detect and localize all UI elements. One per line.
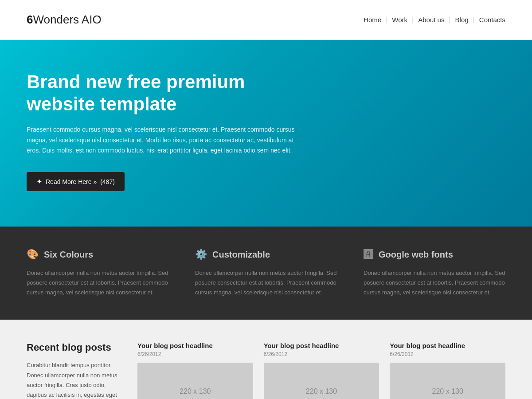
nav-home[interactable]: Home [364,16,381,23]
hero-heading: Brand new free premium website template [27,71,293,116]
feature-customizable-title: ⚙️ Customizable [195,249,337,260]
blog-sidebar: Recent blog posts Curabitur blandit temp… [27,342,124,399]
feature-customizable-body: Donec ullamcorper nulla non metus auctor… [195,268,337,297]
nav-sep-2: | [412,16,414,24]
palette-icon: 🎨 [27,249,39,260]
blog-post-1-title: Your blog post headline [137,342,253,349]
blog-sidebar-title: Recent blog posts [27,342,124,353]
features-section: 🎨 Six Colours Donec ullamcorper nulla no… [0,227,532,320]
nav-work[interactable]: Work [392,16,407,23]
blog-section: Recent blog posts Curabitur blandit temp… [0,320,532,399]
site-logo: 6Wonders AIO [27,13,102,27]
feature-customizable-heading: Customizable [212,250,270,260]
read-more-label: Read More Here » [46,178,97,185]
feature-colours-heading: Six Colours [44,250,93,260]
read-more-button[interactable]: ✦ Read More Here » (487) [27,172,125,191]
site-header: 6Wonders AIO Home | Work | About us | Bl… [0,0,532,40]
font-icon: 🅰 [364,249,373,260]
blog-post-1-image: 220 x 130 [137,363,253,399]
feature-fonts-title: 🅰 Google web fonts [364,249,505,260]
blog-post-3-title: Your blog post headline [390,342,505,349]
blog-post-2-image: 220 x 130 [264,363,379,399]
nav-blog[interactable]: Blog [455,16,469,23]
blog-post-3: Your blog post headline 6/26/2012 220 x … [390,342,505,399]
blog-post-2: Your blog post headline 6/26/2012 220 x … [264,342,379,399]
feature-fonts-heading: Google web fonts [379,250,453,260]
feature-fonts: 🅰 Google web fonts Donec ullamcorper nul… [364,249,505,297]
logo-name: Wonders AIO [33,13,101,26]
nav-sep-3: | [449,16,450,24]
gear-icon: ⚙️ [195,249,207,260]
blog-post-1-date: 6/26/2012 [137,351,253,357]
nav-about[interactable]: About us [418,16,444,23]
logo-number: 6 [27,13,33,26]
nav-sep-1: | [386,16,387,24]
feature-customizable: ⚙️ Customizable Donec ullamcorper nulla … [195,249,337,297]
hero-section: Brand new free premium website template … [0,40,532,227]
blog-sidebar-body: Curabitur blandit tempus porttitor. Done… [27,360,124,399]
feature-colours-body: Donec ullamcorper nulla non metus auctor… [27,268,168,297]
read-more-count: (487) [100,178,115,185]
hero-body: Praesent commodo cursus magna, vel scele… [27,125,301,156]
main-nav: Home | Work | About us | Blog | Contacts [364,16,505,24]
feature-colours-title: 🎨 Six Colours [27,249,168,260]
nav-contacts[interactable]: Contacts [479,16,505,23]
nav-sep-4: | [473,16,475,24]
blog-post-1: Your blog post headline 6/26/2012 220 x … [137,342,253,399]
feature-colours: 🎨 Six Colours Donec ullamcorper nulla no… [27,249,168,297]
blog-post-2-title: Your blog post headline [264,342,379,349]
read-more-icon: ✦ [36,177,42,186]
feature-fonts-body: Donec ullamcorper nulla non metus auctor… [364,268,505,297]
blog-post-3-date: 6/26/2012 [390,351,505,357]
blog-post-2-date: 6/26/2012 [264,351,379,357]
blog-post-3-image: 220 x 130 [390,363,505,399]
blog-posts-container: Your blog post headline 6/26/2012 220 x … [137,342,505,399]
